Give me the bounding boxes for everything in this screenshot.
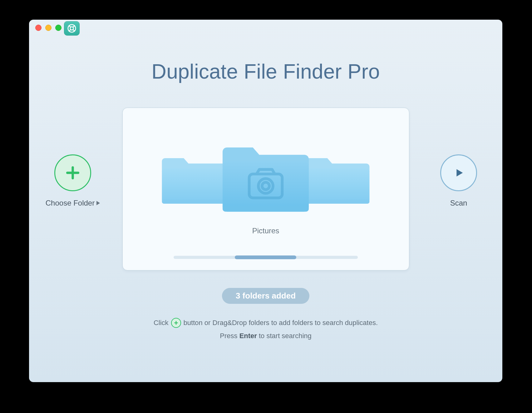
scan-button[interactable] [440, 154, 477, 191]
inline-plus-icon [171, 318, 181, 328]
app-window: Duplicate File Finder Pro Choose Folder [29, 20, 502, 382]
hint-line2-bold: Enter [239, 332, 257, 340]
status-badge: 3 folders added [222, 288, 309, 304]
plus-icon [65, 165, 81, 181]
help-button[interactable] [64, 21, 80, 36]
scroll-track [174, 256, 358, 259]
folder-carousel[interactable] [123, 127, 409, 217]
choose-folder-label[interactable]: Choose Folder [46, 199, 100, 207]
hint-text: Click button or Drag&Drop folders to add… [29, 316, 502, 343]
close-window-button[interactable] [35, 25, 42, 31]
svg-rect-11 [223, 206, 309, 212]
svg-line-2 [69, 26, 71, 27]
play-icon [452, 167, 465, 179]
svg-rect-8 [162, 168, 226, 204]
pictures-folder-icon [219, 144, 313, 217]
svg-line-4 [69, 30, 71, 31]
chevron-right-icon [96, 201, 100, 205]
folders-card[interactable]: Pictures [122, 108, 409, 270]
svg-rect-9 [162, 200, 226, 204]
lifebuoy-icon [67, 24, 76, 33]
hint-line1-before: Click [154, 316, 169, 329]
title-bar [29, 20, 502, 37]
app-title: Duplicate File Finder Pro [29, 60, 502, 83]
choose-folder-area: Choose Folder [38, 154, 107, 207]
scan-area: Scan [424, 154, 493, 207]
scroll-thumb[interactable] [235, 255, 296, 259]
svg-line-5 [73, 30, 75, 31]
svg-line-3 [73, 26, 75, 27]
selected-folder-label: Pictures [123, 226, 409, 235]
svg-rect-15 [306, 168, 370, 204]
minimize-window-button[interactable] [45, 25, 52, 31]
choose-folder-text: Choose Folder [46, 199, 95, 207]
hint-line1-after: button or Drag&Drop folders to add folde… [184, 316, 378, 329]
fullscreen-window-button[interactable] [55, 25, 62, 31]
add-folder-button[interactable] [54, 154, 91, 191]
svg-rect-16 [306, 200, 370, 204]
folder-item-selected[interactable] [219, 144, 313, 217]
scan-label: Scan [450, 199, 467, 207]
hint-line2-before: Press [220, 332, 237, 340]
window-controls [35, 25, 62, 31]
carousel-scroll-indicator[interactable] [123, 256, 409, 259]
hint-line2-after: to start searching [259, 332, 312, 340]
